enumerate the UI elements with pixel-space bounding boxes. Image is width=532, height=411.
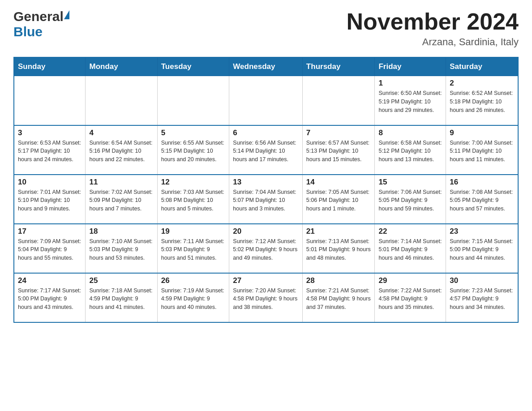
day-info: Sunrise: 7:14 AM Sunset: 5:01 PM Dayligh…: [378, 237, 442, 262]
day-number: 9: [450, 128, 514, 137]
day-info: Sunrise: 7:06 AM Sunset: 5:05 PM Dayligh…: [378, 188, 442, 213]
day-number: 2: [450, 79, 514, 88]
page-header: General Blue November 2024 Arzana, Sardi…: [13, 9, 519, 48]
header-friday: Friday: [375, 57, 446, 76]
day-number: 22: [378, 227, 442, 236]
day-info: Sunrise: 7:11 AM Sunset: 5:03 PM Dayligh…: [161, 237, 226, 262]
title-block: November 2024 Arzana, Sardinia, Italy: [347, 9, 519, 48]
calendar-cell: 29Sunrise: 7:22 AM Sunset: 4:58 PM Dayli…: [375, 273, 446, 322]
calendar-cell: 4Sunrise: 6:54 AM Sunset: 5:16 PM Daylig…: [86, 125, 157, 175]
calendar-cell: 7Sunrise: 6:57 AM Sunset: 5:13 PM Daylig…: [302, 125, 375, 175]
day-number: 20: [233, 227, 299, 236]
logo: General Blue: [13, 9, 69, 39]
day-info: Sunrise: 7:20 AM Sunset: 4:58 PM Dayligh…: [233, 287, 299, 312]
day-number: 27: [233, 276, 299, 285]
calendar-cell: 19Sunrise: 7:11 AM Sunset: 5:03 PM Dayli…: [157, 224, 229, 273]
calendar-cell: 26Sunrise: 7:19 AM Sunset: 4:59 PM Dayli…: [157, 273, 229, 322]
calendar-cell: [86, 76, 157, 125]
day-info: Sunrise: 7:00 AM Sunset: 5:11 PM Dayligh…: [450, 139, 514, 164]
month-title: November 2024: [347, 9, 519, 34]
calendar-cell: [14, 76, 86, 125]
day-info: Sunrise: 7:04 AM Sunset: 5:07 PM Dayligh…: [233, 188, 299, 213]
header-monday: Monday: [86, 57, 157, 76]
calendar-cell: 24Sunrise: 7:17 AM Sunset: 5:00 PM Dayli…: [14, 273, 86, 322]
calendar-week-row: 17Sunrise: 7:09 AM Sunset: 5:04 PM Dayli…: [14, 224, 518, 273]
calendar-cell: [229, 76, 303, 125]
calendar-cell: 3Sunrise: 6:53 AM Sunset: 5:17 PM Daylig…: [14, 125, 86, 175]
day-info: Sunrise: 7:03 AM Sunset: 5:08 PM Dayligh…: [161, 188, 226, 213]
day-info: Sunrise: 7:19 AM Sunset: 4:59 PM Dayligh…: [161, 287, 226, 312]
header-tuesday: Tuesday: [157, 57, 229, 76]
header-wednesday: Wednesday: [229, 57, 303, 76]
day-info: Sunrise: 6:55 AM Sunset: 5:15 PM Dayligh…: [161, 139, 226, 164]
day-number: 24: [18, 276, 82, 285]
calendar-week-row: 10Sunrise: 7:01 AM Sunset: 5:10 PM Dayli…: [14, 175, 518, 224]
calendar-week-row: 24Sunrise: 7:17 AM Sunset: 5:00 PM Dayli…: [14, 273, 518, 322]
calendar-cell: 20Sunrise: 7:12 AM Sunset: 5:02 PM Dayli…: [229, 224, 303, 273]
day-info: Sunrise: 6:58 AM Sunset: 5:12 PM Dayligh…: [378, 139, 442, 164]
day-info: Sunrise: 7:13 AM Sunset: 5:01 PM Dayligh…: [306, 237, 371, 262]
calendar-cell: 12Sunrise: 7:03 AM Sunset: 5:08 PM Dayli…: [157, 175, 229, 224]
calendar-table: Sunday Monday Tuesday Wednesday Thursday…: [13, 57, 519, 323]
location-title: Arzana, Sardinia, Italy: [347, 36, 519, 48]
day-number: 12: [161, 178, 226, 187]
calendar-week-row: 3Sunrise: 6:53 AM Sunset: 5:17 PM Daylig…: [14, 125, 518, 175]
day-number: 1: [378, 79, 442, 88]
calendar-header-row: Sunday Monday Tuesday Wednesday Thursday…: [14, 57, 518, 76]
header-thursday: Thursday: [302, 57, 375, 76]
calendar-cell: [302, 76, 375, 125]
day-info: Sunrise: 6:52 AM Sunset: 5:18 PM Dayligh…: [450, 89, 514, 114]
day-number: 19: [161, 227, 226, 236]
day-info: Sunrise: 7:18 AM Sunset: 4:59 PM Dayligh…: [89, 287, 153, 312]
calendar-cell: 5Sunrise: 6:55 AM Sunset: 5:15 PM Daylig…: [157, 125, 229, 175]
calendar-cell: 8Sunrise: 6:58 AM Sunset: 5:12 PM Daylig…: [375, 125, 446, 175]
calendar-cell: 30Sunrise: 7:23 AM Sunset: 4:57 PM Dayli…: [446, 273, 518, 322]
day-number: 7: [306, 128, 371, 137]
day-number: 5: [161, 128, 226, 137]
calendar-cell: 18Sunrise: 7:10 AM Sunset: 5:03 PM Dayli…: [86, 224, 157, 273]
day-number: 4: [89, 128, 153, 137]
day-info: Sunrise: 7:01 AM Sunset: 5:10 PM Dayligh…: [18, 188, 82, 213]
day-number: 15: [378, 178, 442, 187]
header-saturday: Saturday: [446, 57, 518, 76]
calendar-cell: 17Sunrise: 7:09 AM Sunset: 5:04 PM Dayli…: [14, 224, 86, 273]
calendar-cell: 10Sunrise: 7:01 AM Sunset: 5:10 PM Dayli…: [14, 175, 86, 224]
calendar-cell: 1Sunrise: 6:50 AM Sunset: 5:19 PM Daylig…: [375, 76, 446, 125]
day-info: Sunrise: 6:53 AM Sunset: 5:17 PM Dayligh…: [18, 139, 82, 164]
calendar-cell: 23Sunrise: 7:15 AM Sunset: 5:00 PM Dayli…: [446, 224, 518, 273]
day-info: Sunrise: 7:12 AM Sunset: 5:02 PM Dayligh…: [233, 237, 299, 262]
day-info: Sunrise: 6:56 AM Sunset: 5:14 PM Dayligh…: [233, 139, 299, 164]
calendar-cell: 25Sunrise: 7:18 AM Sunset: 4:59 PM Dayli…: [86, 273, 157, 322]
calendar-cell: 2Sunrise: 6:52 AM Sunset: 5:18 PM Daylig…: [446, 76, 518, 125]
logo-arrow-icon: [64, 10, 69, 19]
day-number: 30: [450, 276, 514, 285]
calendar-cell: 27Sunrise: 7:20 AM Sunset: 4:58 PM Dayli…: [229, 273, 303, 322]
day-number: 16: [450, 178, 514, 187]
calendar-cell: 22Sunrise: 7:14 AM Sunset: 5:01 PM Dayli…: [375, 224, 446, 273]
calendar-cell: 9Sunrise: 7:00 AM Sunset: 5:11 PM Daylig…: [446, 125, 518, 175]
day-number: 13: [233, 178, 299, 187]
day-info: Sunrise: 7:15 AM Sunset: 5:00 PM Dayligh…: [450, 237, 514, 262]
day-number: 14: [306, 178, 371, 187]
logo-blue-text: Blue: [13, 24, 43, 39]
calendar-cell: 28Sunrise: 7:21 AM Sunset: 4:58 PM Dayli…: [302, 273, 375, 322]
day-number: 3: [18, 128, 82, 137]
day-info: Sunrise: 6:57 AM Sunset: 5:13 PM Dayligh…: [306, 139, 371, 164]
day-info: Sunrise: 7:08 AM Sunset: 5:05 PM Dayligh…: [450, 188, 514, 213]
day-number: 11: [89, 178, 153, 187]
calendar-cell: 11Sunrise: 7:02 AM Sunset: 5:09 PM Dayli…: [86, 175, 157, 224]
day-number: 18: [89, 227, 153, 236]
day-number: 26: [161, 276, 226, 285]
day-number: 8: [378, 128, 442, 137]
calendar-cell: 21Sunrise: 7:13 AM Sunset: 5:01 PM Dayli…: [302, 224, 375, 273]
calendar-cell: 14Sunrise: 7:05 AM Sunset: 5:06 PM Dayli…: [302, 175, 375, 224]
day-info: Sunrise: 7:05 AM Sunset: 5:06 PM Dayligh…: [306, 188, 371, 213]
day-info: Sunrise: 7:10 AM Sunset: 5:03 PM Dayligh…: [89, 237, 153, 262]
day-info: Sunrise: 7:02 AM Sunset: 5:09 PM Dayligh…: [89, 188, 153, 213]
calendar-week-row: 1Sunrise: 6:50 AM Sunset: 5:19 PM Daylig…: [14, 76, 518, 125]
day-number: 23: [450, 227, 514, 236]
calendar-cell: 16Sunrise: 7:08 AM Sunset: 5:05 PM Dayli…: [446, 175, 518, 224]
day-number: 28: [306, 276, 371, 285]
day-number: 21: [306, 227, 371, 236]
day-number: 25: [89, 276, 153, 285]
